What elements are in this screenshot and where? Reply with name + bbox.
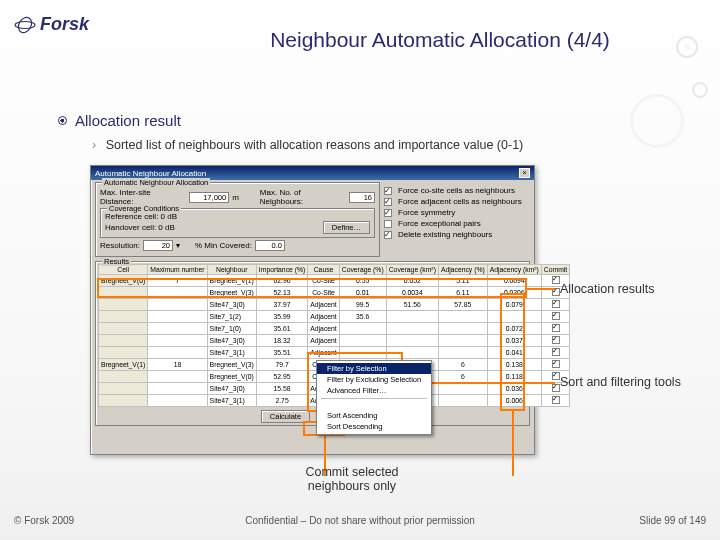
menu-item[interactable]: Filter by Selection <box>317 363 431 374</box>
cov-line1: Reference cell: 0 dB <box>105 212 370 221</box>
calculate-button[interactable]: Calculate <box>261 410 310 423</box>
chk-force-symmetry[interactable] <box>384 209 392 217</box>
table-row[interactable]: Site7_1(2)35.99Adjacent35.6 <box>99 311 570 323</box>
col-header[interactable]: Commit <box>541 265 569 275</box>
commit-checkbox[interactable] <box>552 336 560 344</box>
resolution-label: Resolution: <box>100 241 140 250</box>
col-header[interactable]: Cell <box>99 265 148 275</box>
max-dist-input[interactable]: 17,000 <box>189 192 229 203</box>
bullet-allocation-result: Allocation result <box>58 112 181 129</box>
col-header[interactable]: Adjacency (%) <box>438 265 487 275</box>
logo-icon <box>14 16 36 34</box>
commit-checkbox[interactable] <box>552 276 560 284</box>
menu-item[interactable]: Sort Ascending <box>317 410 431 421</box>
table-row[interactable]: Site47_3(0)37.97Adjacent99.551.5657.850.… <box>99 299 570 311</box>
group-results: Results CellMaximum numberNeighbourImpor… <box>95 261 530 426</box>
table-row[interactable]: Bregneet_V(3)52.13Co-Site0.010.00346.110… <box>99 287 570 299</box>
col-header[interactable]: Importance (%) <box>256 265 307 275</box>
menu-item <box>321 398 427 408</box>
dialog-window: Automatic Neighbour Allocation × Automat… <box>90 165 535 455</box>
col-header[interactable]: Neighbour <box>207 265 256 275</box>
min-cov-input[interactable]: 0.0 <box>255 240 285 251</box>
table-row[interactable]: Site7_1(0)35.61Adjacent0.072 <box>99 323 570 335</box>
svg-point-1 <box>16 16 34 34</box>
min-cov-label: % Min Covered: <box>195 241 252 250</box>
chk-force-adjacent[interactable] <box>384 198 392 206</box>
page-title: Neighbour Automatic Allocation (4/4) <box>180 28 700 52</box>
logo: Forsk <box>14 14 89 35</box>
bullet-sorted-list: Sorted list of neighbours with allocatio… <box>92 138 523 152</box>
commit-checkbox[interactable] <box>552 288 560 296</box>
commit-checkbox[interactable] <box>552 312 560 320</box>
annot-sort: Sort and filtering tools <box>560 375 681 389</box>
chk-exceptional[interactable] <box>384 220 392 228</box>
menu-item[interactable]: Sort Descending <box>317 421 431 432</box>
resolution-input[interactable]: 20 <box>143 240 173 251</box>
footer-confidential: Confidential – Do not share without prio… <box>0 515 720 526</box>
commit-checkbox[interactable] <box>552 300 560 308</box>
define-button[interactable]: Define… <box>323 221 370 234</box>
col-header[interactable]: Coverage (%) <box>339 265 386 275</box>
commit-checkbox[interactable] <box>552 324 560 332</box>
footer-slide-number: Slide 99 of 149 <box>639 515 706 526</box>
table-row[interactable]: Bregneet_V(0)7Bregneet_V(1)62.96Co-Site0… <box>99 275 570 287</box>
logo-text: Forsk <box>40 14 89 35</box>
table-row[interactable]: Site47_3(1)35.51Adjacent0.041 <box>99 347 570 359</box>
group-coverage: Coverage Conditions Reference cell: 0 dB… <box>100 208 375 238</box>
max-nb-label: Max. No. of Neighbours: <box>260 188 346 206</box>
chk-force-cosite[interactable] <box>384 187 392 195</box>
decor-ring <box>692 82 708 98</box>
commit-checkbox[interactable] <box>552 396 560 404</box>
col-header[interactable]: Coverage (km²) <box>386 265 438 275</box>
annot-commit: Commit selected neighbours only <box>292 465 412 493</box>
context-menu[interactable]: Filter by SelectionFilter by Excluding S… <box>316 360 432 435</box>
col-header[interactable]: Maximum number <box>148 265 207 275</box>
group-allocation: Automatic Neighbour Allocation Max. Inte… <box>95 182 380 257</box>
col-header[interactable]: Cause <box>308 265 339 275</box>
table-row[interactable]: Site47_3(0)18.32Adjacent0.037 <box>99 335 570 347</box>
close-icon[interactable]: × <box>519 168 530 178</box>
window-title: Automatic Neighbour Allocation <box>95 169 206 178</box>
cov-line2: Handover cell: 0 dB <box>105 223 175 232</box>
col-header[interactable]: Adjacency (km²) <box>487 265 541 275</box>
commit-checkbox[interactable] <box>552 360 560 368</box>
menu-item[interactable]: Filter by Excluding Selection <box>317 374 431 385</box>
commit-checkbox[interactable] <box>552 348 560 356</box>
menu-item[interactable]: Advanced Filter… <box>317 385 431 396</box>
commit-checkbox[interactable] <box>552 384 560 392</box>
decor-ring <box>630 94 684 148</box>
commit-checkbox[interactable] <box>552 372 560 380</box>
max-nb-input[interactable]: 16 <box>349 192 375 203</box>
chk-delete-existing[interactable] <box>384 231 392 239</box>
annot-results: Allocation results <box>560 282 655 296</box>
